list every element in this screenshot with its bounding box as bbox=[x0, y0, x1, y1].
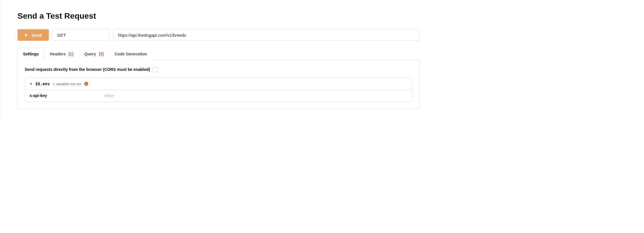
cors-checkbox[interactable] bbox=[153, 67, 158, 72]
tab-headers-label: Headers bbox=[50, 52, 65, 56]
tab-query-label: Query bbox=[84, 52, 96, 56]
env-var-key: x-api-key bbox=[30, 93, 104, 98]
env-status: 1 variable not set bbox=[53, 82, 81, 86]
request-bar: Send GET https://api.thedogapi.com/v1/br… bbox=[18, 29, 420, 41]
env-var-row: x-api-key value bbox=[25, 90, 412, 101]
send-button[interactable]: Send bbox=[18, 29, 49, 41]
settings-panel: Send requests directly from the browser … bbox=[18, 60, 420, 109]
page-title: Send a Test Request bbox=[18, 11, 420, 21]
tab-query-count: [3] bbox=[99, 52, 104, 56]
tabs: Settings Headers [1] Query [3] Code Gene… bbox=[18, 48, 420, 60]
env-panel: ▼ $$.env 1 variable not set ! x-api-key … bbox=[25, 78, 412, 102]
url-input-value: https://api.thedogapi.com/v1/breeds bbox=[118, 33, 186, 38]
method-select-value: GET bbox=[57, 33, 66, 38]
tab-code-generation[interactable]: Code Generation bbox=[109, 48, 153, 60]
env-header[interactable]: ▼ $$.env 1 variable not set ! bbox=[25, 78, 412, 90]
tab-headers-count: [1] bbox=[68, 52, 73, 56]
env-var-value-input[interactable]: value bbox=[104, 93, 114, 98]
method-select[interactable]: GET bbox=[52, 29, 110, 41]
caret-down-icon: ▼ bbox=[30, 82, 32, 86]
tab-headers[interactable]: Headers [1] bbox=[44, 48, 79, 60]
send-button-label: Send bbox=[31, 33, 42, 38]
tab-query[interactable]: Query [3] bbox=[79, 48, 109, 60]
tab-settings-label: Settings bbox=[23, 52, 39, 56]
play-icon bbox=[24, 33, 28, 37]
tab-settings[interactable]: Settings bbox=[18, 48, 44, 60]
cors-row: Send requests directly from the browser … bbox=[25, 67, 412, 72]
warning-icon: ! bbox=[84, 82, 88, 86]
url-input[interactable]: https://api.thedogapi.com/v1/breeds bbox=[113, 29, 420, 41]
cors-label: Send requests directly from the browser … bbox=[25, 67, 150, 72]
tab-codegen-label: Code Generation bbox=[115, 52, 147, 56]
env-name: $$.env bbox=[35, 81, 50, 86]
